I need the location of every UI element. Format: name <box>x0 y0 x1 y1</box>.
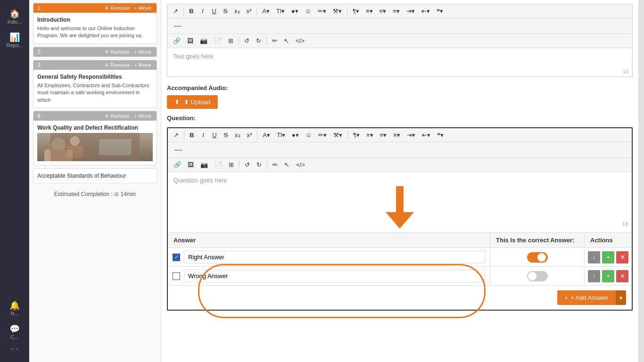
text-editor-body[interactable]: Text goes here 14 <box>167 48 632 76</box>
q-video-btn[interactable]: 📷 <box>198 160 211 170</box>
lesson-header-2: 2. ✕ Remove + Move <box>33 47 157 57</box>
q-italic-btn[interactable]: I <box>198 130 208 140</box>
q-source-btn[interactable]: </> <box>293 160 308 170</box>
table-btn[interactable]: ⊞ <box>225 36 236 46</box>
italic-btn[interactable]: I <box>198 6 208 16</box>
remove-btn-4[interactable]: ✕ Remove <box>103 113 131 119</box>
answer-input-2[interactable] <box>184 270 485 282</box>
add-answer-row-btn-2[interactable]: + <box>602 270 614 282</box>
q-subscript-btn[interactable]: x₂ <box>232 130 243 140</box>
image-btn[interactable]: 🖼 <box>184 36 196 46</box>
remove-btn-3[interactable]: ✕ Remove <box>103 62 131 68</box>
q-bold-btn[interactable]: B <box>187 130 197 140</box>
move-down-btn-1[interactable]: ↓ <box>588 251 600 263</box>
delete-answer-btn-2[interactable]: ✕ <box>616 270 628 282</box>
answer-input-1[interactable] <box>184 251 485 263</box>
q-fullscreen-btn[interactable]: ↗ <box>171 130 182 140</box>
q-strikethrough-btn[interactable]: S <box>221 130 231 140</box>
file-btn[interactable]: 📄 <box>211 36 224 46</box>
correct-toggle-2[interactable] <box>527 271 548 281</box>
delete-answer-btn-1[interactable]: ✕ <box>616 251 628 263</box>
q-indent1-btn[interactable]: ⇥▾ <box>404 130 418 140</box>
add-answer-dropdown-btn[interactable]: ▾ <box>616 290 626 305</box>
strikethrough-btn[interactable]: S <box>220 6 231 16</box>
format-btn[interactable]: ⚒▾ <box>330 6 345 16</box>
q-image-btn[interactable]: 🖼 <box>185 160 197 170</box>
q-list2-btn[interactable]: ≡▾ <box>390 130 403 140</box>
right-scrollbar[interactable] <box>638 0 644 362</box>
sidebar-item-induction[interactable]: 🏠 Indu... <box>0 5 29 28</box>
link-btn[interactable]: 🔗 <box>170 36 183 46</box>
move-btn-4[interactable]: + Move <box>133 113 153 119</box>
correct-toggle-1[interactable] <box>527 252 548 263</box>
answer-table-header: Answer This Is the correct Answer: Actio… <box>168 233 632 248</box>
q-undo-btn[interactable]: ↺ <box>242 160 253 170</box>
font-size-btn[interactable]: Tl▾ <box>273 6 288 16</box>
q-quote-btn[interactable]: ❝▾ <box>434 130 446 140</box>
q-brush-btn[interactable]: ✏▾ <box>315 130 330 140</box>
q-cursor-btn[interactable]: ↖ <box>281 160 292 170</box>
q-link-btn[interactable]: 🔗 <box>171 160 184 170</box>
sidebar-item-chat[interactable]: 💬 C... <box>0 320 29 344</box>
q-indent2-btn[interactable]: ⇤▾ <box>419 130 433 140</box>
align-btn[interactable]: ≡▾ <box>363 6 376 16</box>
font-color-btn[interactable]: A▾ <box>259 6 272 16</box>
indent2-btn[interactable]: ⇤▾ <box>419 6 433 16</box>
pen-btn[interactable]: ✏ <box>269 36 280 46</box>
q-font-color-btn[interactable]: A▾ <box>260 130 273 140</box>
bold-btn[interactable]: B <box>186 6 197 16</box>
sidebar-item-reports[interactable]: 📊 Repo... <box>0 28 29 52</box>
q-highlight-btn[interactable]: ●▾ <box>289 130 302 140</box>
q-file-btn[interactable]: 📄 <box>212 160 225 170</box>
answer-checkbox-2[interactable] <box>173 272 180 280</box>
q-list1-btn[interactable]: ≡▾ <box>377 130 390 140</box>
add-answer-btn[interactable]: + + Add Answer <box>557 290 616 305</box>
q-font-size-btn[interactable]: Tl▾ <box>274 130 288 140</box>
list2-btn[interactable]: ≡▾ <box>390 6 403 16</box>
superscript-btn[interactable]: x² <box>244 6 255 16</box>
move-btn-3[interactable]: + Move <box>133 62 153 68</box>
add-answer-row-btn-1[interactable]: + <box>602 251 614 263</box>
lesson-number-1: 1. <box>37 5 42 11</box>
lesson-header-3: 3. ✕ Remove + Move <box>33 60 157 70</box>
highlight-btn[interactable]: ●▾ <box>289 6 301 16</box>
video-btn[interactable]: 📷 <box>197 36 210 46</box>
move-up-btn-2[interactable]: ↑ <box>588 270 600 282</box>
indent1-btn[interactable]: ⇥▾ <box>404 6 418 16</box>
fullscreen-btn[interactable]: ↗ <box>170 6 181 16</box>
q-align-btn[interactable]: ≡▾ <box>363 130 376 140</box>
paragraph-btn[interactable]: ¶▾ <box>350 6 362 16</box>
q-paragraph-btn[interactable]: ¶▾ <box>350 130 363 140</box>
partial-lesson-title: Acceptable Standards of Behaviour <box>37 173 153 179</box>
source-btn[interactable]: </> <box>293 36 307 46</box>
q-pen-btn[interactable]: ✏ <box>270 160 281 170</box>
text-placeholder: Text goes here <box>173 53 213 60</box>
redo-btn[interactable]: ↻ <box>253 36 264 46</box>
lesson-desc-1: Hello and welcome to our Online Inductio… <box>37 25 153 40</box>
move-btn-1[interactable]: + Move <box>133 5 153 11</box>
cursor-btn[interactable]: ↖ <box>281 36 292 46</box>
answer-checkbox-1[interactable] <box>173 254 180 261</box>
svg-rect-3 <box>99 139 132 155</box>
quote-btn[interactable]: ❝▾ <box>434 6 446 16</box>
q-format-btn[interactable]: ⚒▾ <box>330 130 345 140</box>
q-redo-btn[interactable]: ↻ <box>254 160 264 170</box>
brush-btn[interactable]: ✏▾ <box>315 6 329 16</box>
question-editor-body[interactable]: Question goes here 13 <box>168 172 632 229</box>
upload-audio-btn[interactable]: ⬆ ⬆ Upload <box>167 95 218 109</box>
q-emoji-btn[interactable]: ☺ <box>303 130 314 140</box>
sidebar-item-notifications[interactable]: 🔔 N... <box>0 296 29 320</box>
remove-btn-1[interactable]: ✕ Remove <box>103 5 131 11</box>
remove-btn-2[interactable]: ✕ Remove <box>103 49 131 55</box>
underline-btn[interactable]: U <box>209 6 219 16</box>
q-superscript-btn[interactable]: x² <box>244 130 255 140</box>
list1-btn[interactable]: ≡▾ <box>377 6 389 16</box>
q-table-btn[interactable]: ⊞ <box>226 160 237 170</box>
q-underline-btn[interactable]: U <box>209 130 220 140</box>
sidebar-collapse-btn[interactable]: ⌃⌃ <box>0 344 29 357</box>
emoji-btn[interactable]: ☺ <box>302 6 314 16</box>
undo-btn[interactable]: ↺ <box>241 36 252 46</box>
move-btn-2[interactable]: + Move <box>133 49 153 55</box>
lesson-item-2: 2. ✕ Remove + Move <box>33 47 157 57</box>
subscript-btn[interactable]: x₂ <box>231 6 243 16</box>
